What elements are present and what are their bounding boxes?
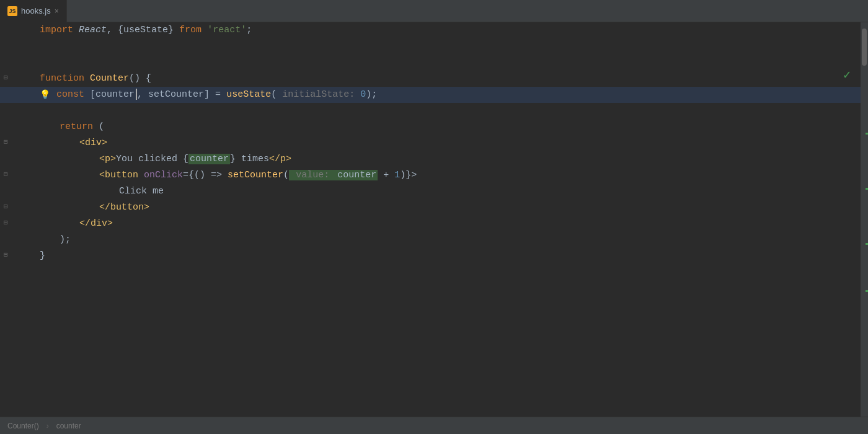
line-gutter-cr bbox=[0, 232, 37, 248]
line-empty-2 bbox=[0, 55, 861, 71]
scroll-indicator-1 bbox=[866, 133, 868, 135]
line-empty-1 bbox=[0, 38, 861, 55]
line-gutter-fn: ⊟ bbox=[0, 71, 37, 87]
fold-icon-divc[interactable]: ⊟ bbox=[4, 218, 8, 226]
line-return: return ( bbox=[0, 119, 861, 135]
status-bar: Counter() › counter bbox=[0, 417, 868, 434]
fold-icon-btnc[interactable]: ⊟ bbox=[4, 202, 8, 210]
scrollbar-thumb[interactable] bbox=[862, 29, 867, 66]
tab-bar: JS hooks.js × bbox=[0, 0, 868, 22]
line-p: <p>You clicked {counter} times</p> bbox=[0, 151, 861, 167]
line-gutter-btn: ⊟ bbox=[0, 167, 37, 184]
line-button-open: ⊟ <button onClick={() => setCounter( val… bbox=[0, 167, 861, 184]
line-close-fn: ⊟ } bbox=[0, 248, 861, 264]
line-empty-3 bbox=[0, 103, 861, 119]
line-1: import React, {useState} from 'react'; bbox=[0, 22, 861, 38]
line-gutter-btnc: ⊟ bbox=[0, 200, 37, 216]
line-content-ret[interactable]: return ( bbox=[37, 119, 861, 135]
line-gutter-div: ⊟ bbox=[0, 135, 37, 151]
fold-icon-div[interactable]: ⊟ bbox=[4, 138, 8, 146]
js-file-icon: JS bbox=[7, 6, 17, 16]
line-usestate: 💡 const [counter, setCounter] = useState… bbox=[0, 87, 861, 103]
fold-icon-fn[interactable]: ⊟ bbox=[4, 73, 8, 81]
tab-hooks-js[interactable]: JS hooks.js × bbox=[0, 0, 67, 22]
line-gutter-p bbox=[0, 151, 37, 167]
line-content-cm[interactable]: Click me bbox=[37, 184, 861, 200]
line-click-me: Click me bbox=[0, 184, 861, 200]
fold-icon-btn[interactable]: ⊟ bbox=[4, 170, 8, 178]
line-div-open: ⊟ <div> bbox=[0, 135, 861, 151]
line-gutter-e2 bbox=[0, 55, 37, 71]
line-content-e3 bbox=[37, 103, 861, 119]
code-lines: import React, {useState} from 'react'; bbox=[0, 22, 861, 264]
tab-close-button[interactable]: × bbox=[55, 7, 59, 16]
editor-area: ✓ import React, {useState} from 'react'; bbox=[0, 22, 868, 417]
line-button-close: ⊟ </button> bbox=[0, 200, 861, 216]
line-gutter-us bbox=[0, 87, 37, 103]
line-content-btn[interactable]: <button onClick={() => setCounter( value… bbox=[37, 167, 861, 184]
line-gutter-ret bbox=[0, 119, 37, 135]
scrollbar-track[interactable] bbox=[861, 22, 868, 417]
editor-container: JS hooks.js × ✓ import React, {useState}… bbox=[0, 0, 868, 434]
scroll-indicator-3 bbox=[866, 243, 868, 245]
line-content-p[interactable]: <p>You clicked {counter} times</p> bbox=[37, 151, 861, 167]
scroll-indicator-2 bbox=[866, 188, 868, 190]
line-gutter-divc: ⊟ bbox=[0, 216, 37, 232]
line-close-return: ); bbox=[0, 232, 861, 248]
breadcrumb-variable: counter bbox=[56, 422, 81, 430]
line-function: ⊟ function Counter() { bbox=[0, 71, 861, 87]
fold-icon-cfn[interactable]: ⊟ bbox=[4, 250, 8, 259]
line-content-cr[interactable]: ); bbox=[37, 232, 861, 248]
line-gutter-e3 bbox=[0, 103, 37, 119]
line-content-cfn[interactable]: } bbox=[37, 248, 861, 264]
line-gutter-1 bbox=[0, 22, 37, 38]
tab-name: hooks.js bbox=[21, 6, 51, 16]
line-content-us[interactable]: 💡 const [counter, setCounter] = useState… bbox=[37, 87, 861, 103]
line-div-close: ⊟ </div> bbox=[0, 216, 861, 232]
line-content-div[interactable]: <div> bbox=[37, 135, 861, 151]
line-gutter-cfn: ⊟ bbox=[0, 248, 37, 264]
line-content-btnc[interactable]: </button> bbox=[37, 200, 861, 216]
line-content-fn[interactable]: function Counter() { bbox=[37, 71, 861, 87]
line-content-divc[interactable]: </div> bbox=[37, 216, 861, 232]
line-gutter-cm bbox=[0, 184, 37, 200]
scroll-indicator-4 bbox=[866, 290, 868, 292]
line-content-e1 bbox=[37, 38, 861, 55]
breadcrumb-separator: › bbox=[46, 422, 49, 430]
breadcrumb-function: Counter() bbox=[7, 422, 39, 430]
line-content-1[interactable]: import React, {useState} from 'react'; bbox=[37, 22, 861, 38]
line-content-e2 bbox=[37, 55, 861, 71]
line-gutter-e1 bbox=[0, 38, 37, 55]
